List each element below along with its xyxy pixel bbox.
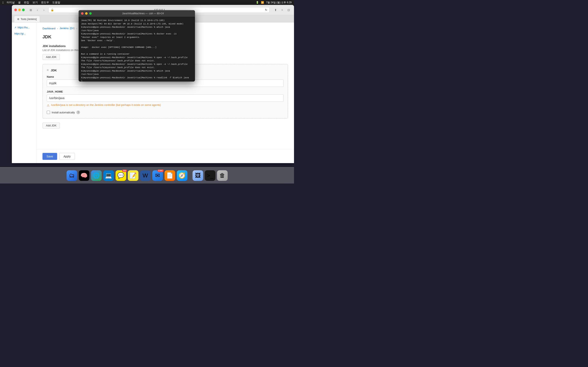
dock-item-kakao-talk[interactable]: 💬554 bbox=[116, 170, 126, 181]
menubar-right: 🔋 📶 7월 24일 (월) 오후 6:29 bbox=[256, 1, 292, 4]
nav-link-git[interactable]: https://gi... bbox=[12, 31, 36, 37]
tab-title: Tools [Jenkins] bbox=[21, 18, 37, 21]
menu-help[interactable]: 도움말 bbox=[52, 1, 60, 4]
lock-icon: 🔒 bbox=[51, 8, 54, 11]
dock-item-preview[interactable]: 🖼 bbox=[192, 170, 203, 181]
apple-menu[interactable]:  bbox=[2, 1, 3, 4]
terminal-minimize-button[interactable] bbox=[85, 12, 87, 15]
browser-controls: ⊞ ‹ › bbox=[28, 7, 47, 13]
share-button[interactable]: ⬆ bbox=[273, 7, 278, 13]
dock-item-mail[interactable]: ✉3,091 bbox=[152, 170, 163, 181]
warning-text: /usr/bin/java is not a directory on the … bbox=[51, 103, 161, 106]
dock-badge-kakao-talk: 554 bbox=[122, 169, 127, 172]
refresh-icon[interactable]: ↻ bbox=[265, 8, 267, 11]
menu-window[interactable]: 윈도우 bbox=[41, 1, 49, 4]
new-tab-button[interactable]: ＋ bbox=[279, 7, 285, 13]
menu-terminal[interactable]: 터미널 bbox=[7, 1, 15, 4]
terminal-body[interactable]: Java(TM) SE Runtime Environment 18.9 (bu… bbox=[79, 17, 195, 82]
menu-shell[interactable]: 셸 bbox=[18, 1, 21, 4]
tab-overview-button[interactable]: ⊡ bbox=[286, 7, 292, 13]
java-home-warning: ⚠ /usr/bin/java is not a directory on th… bbox=[47, 103, 284, 107]
maximize-button[interactable] bbox=[22, 8, 25, 11]
terminal-title: JavaVirtualMachines — -zsh — 80×24 bbox=[93, 12, 192, 15]
back-button[interactable]: ‹ bbox=[35, 7, 40, 13]
breadcrumb-dashboard[interactable]: Dashboard bbox=[43, 27, 56, 30]
warning-icon: ⚠ bbox=[47, 104, 49, 107]
breadcrumb-jenkins-admin[interactable]: Jenkins 관리 bbox=[60, 26, 75, 30]
browser-actions: ⬆ ＋ ⊡ bbox=[273, 7, 292, 13]
battery-icon: 🔋 bbox=[256, 1, 259, 4]
nav-link-home[interactable]: ↗ https://hu... bbox=[12, 25, 36, 31]
active-tab[interactable]: ⚙ Tools [Jenkins] bbox=[14, 16, 40, 22]
forward-button[interactable]: › bbox=[41, 7, 47, 13]
save-button[interactable]: Save bbox=[43, 153, 57, 160]
dock-separator bbox=[190, 171, 190, 180]
menu-view[interactable]: 보기 bbox=[33, 1, 38, 4]
nav-link-git-text: https://gi... bbox=[14, 32, 26, 35]
dock-item-trash[interactable]: 🗑 bbox=[217, 170, 228, 181]
dock-badge-mail: 3,091 bbox=[157, 169, 164, 172]
menu-edit[interactable]: 편집 bbox=[24, 1, 29, 4]
menubar:  터미널 셸 편집 보기 윈도우 도움말 🔋 📶 7월 24일 (월) 오후 … bbox=[0, 0, 294, 5]
drag-handle-icon: ≡ bbox=[47, 68, 49, 72]
datetime: 7월 24일 (월) 오후 6:29 bbox=[266, 1, 292, 4]
add-jdk-top-button[interactable]: Add JDK bbox=[43, 54, 60, 60]
dock-item-intellij[interactable]: 🧠 bbox=[79, 170, 89, 181]
help-icon[interactable]: ? bbox=[76, 110, 80, 114]
close-button[interactable] bbox=[14, 8, 17, 11]
apply-button[interactable]: Apply bbox=[59, 153, 75, 160]
dock-item-finder[interactable]: 🗂 bbox=[67, 170, 77, 181]
terminal-window: JavaVirtualMachines — -zsh — 80×24 Java(… bbox=[79, 10, 195, 82]
terminal-close-button[interactable] bbox=[81, 12, 84, 15]
minimize-button[interactable] bbox=[18, 8, 21, 11]
bottom-actions: Save Apply bbox=[36, 150, 294, 163]
dock-item-notes[interactable]: 📝 bbox=[128, 170, 138, 181]
sidebar-toggle-button[interactable]: ⊞ bbox=[28, 7, 34, 13]
install-auto-label: Install automatically bbox=[52, 111, 75, 114]
install-auto-checkbox[interactable] bbox=[47, 111, 50, 114]
java-home-label: JAVA_HOME bbox=[47, 90, 284, 93]
breadcrumb-sep-2: › bbox=[76, 27, 77, 30]
java-home-field-group: JAVA_HOME ⚠ /usr/bin/java is not a direc… bbox=[47, 90, 284, 107]
jdk-card-title: JDK bbox=[51, 68, 57, 72]
external-link-icon: ↗ bbox=[14, 26, 16, 29]
install-auto-row: Install automatically ? bbox=[47, 110, 284, 114]
dock-item-terminal[interactable]: >_ bbox=[205, 170, 215, 181]
dock-item-safari[interactable]: 🧭 bbox=[177, 170, 187, 181]
jenkins-left-nav: ↗ https://hu... https://gi... bbox=[12, 22, 36, 163]
tab-favicon: ⚙ bbox=[17, 18, 19, 21]
traffic-lights bbox=[14, 8, 25, 11]
java-home-input[interactable] bbox=[47, 94, 284, 102]
dock: 🗂🧠🌐💻💬554📝W✉3,091📄🧭🖼>_🗑 bbox=[0, 167, 294, 184]
breadcrumb-sep-1: › bbox=[57, 27, 58, 30]
add-jdk-bottom-button[interactable]: Add JDK bbox=[43, 123, 60, 128]
terminal-maximize-button[interactable] bbox=[89, 12, 92, 15]
dock-item-word[interactable]: W bbox=[140, 170, 151, 181]
menubar-left:  터미널 셸 편집 보기 윈도우 도움말 bbox=[2, 1, 60, 4]
dock-item-vscode[interactable]: 💻 bbox=[103, 170, 114, 181]
nav-link-home-text: https://hu... bbox=[17, 26, 30, 29]
dock-item-chrome[interactable]: 🌐 bbox=[91, 170, 102, 181]
dock-item-pages[interactable]: 📄 bbox=[164, 170, 175, 181]
terminal-titlebar: JavaVirtualMachines — -zsh — 80×24 bbox=[79, 10, 195, 17]
wifi-icon: 📶 bbox=[261, 1, 264, 4]
